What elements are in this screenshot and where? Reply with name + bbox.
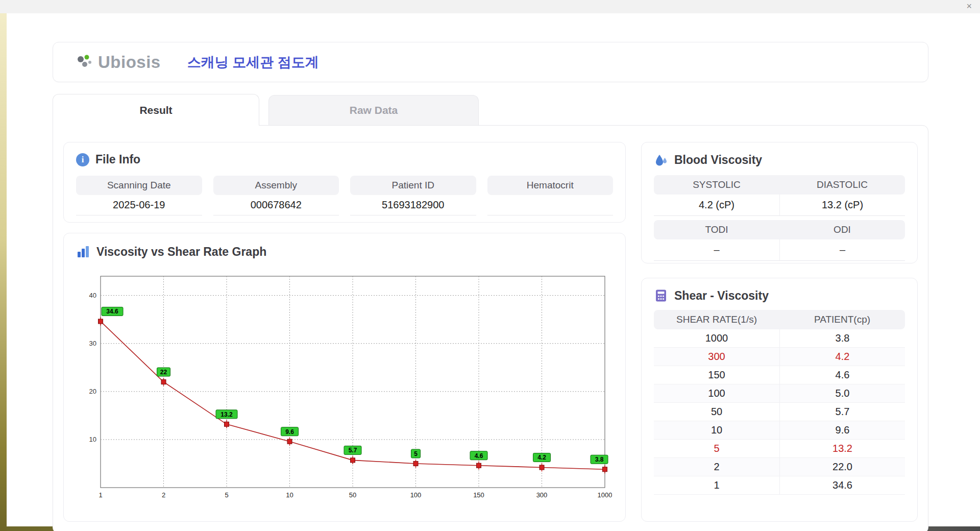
field-assembly: Assembly 000678642	[213, 176, 339, 215]
field-label: Assembly	[213, 176, 339, 195]
tab-result-label: Result	[139, 104, 172, 116]
svg-text:20: 20	[89, 388, 96, 395]
main-sheet: Ubiosis 스캐닝 모세관 점도계 Result Raw Data i Fi…	[7, 13, 980, 526]
table-row: 1504.6	[654, 366, 905, 384]
cell-shear-rate: 1000	[654, 329, 779, 347]
page-title: 스캐닝 모세관 점도계	[187, 53, 319, 71]
svg-text:4.2: 4.2	[537, 454, 546, 461]
field-label: Scanning Date	[76, 176, 202, 195]
field-value: 2025-06-19	[76, 195, 202, 215]
svg-text:4.6: 4.6	[475, 452, 483, 460]
background-left-edge	[0, 0, 7, 531]
cell-patient: 5.0	[779, 384, 905, 402]
field-label: Patient ID	[350, 176, 476, 195]
bv-value-row-1: 4.2 (cP) 13.2 (cP)	[654, 195, 905, 216]
cell-patient: 22.0	[779, 458, 905, 476]
cell-patient: 34.6	[779, 476, 905, 494]
field-label: Hematocrit	[487, 176, 614, 195]
file-info-fields: Scanning Date 2025-06-19 Assembly 000678…	[76, 176, 613, 215]
cell-patient: 3.8	[779, 329, 905, 347]
blood-viscosity-title: Blood Viscosity	[674, 153, 762, 167]
close-icon[interactable]: ×	[966, 2, 972, 11]
shear-viscosity-table: SHEAR RATE(1/s) PATIENT(cp) 10003.83004.…	[654, 310, 905, 495]
table-row: 513.2	[654, 440, 905, 458]
bv-value-odi: –	[779, 239, 905, 261]
blood-viscosity-grid: SYSTOLIC DIASTOLIC 4.2 (cP) 13.2 (cP) TO…	[654, 175, 905, 261]
bv-value-row-2: – –	[654, 239, 905, 261]
table-row: 505.7	[654, 403, 905, 421]
cell-patient: 5.7	[779, 403, 905, 421]
cell-patient: 13.2	[779, 440, 905, 457]
field-hematocrit: Hematocrit	[487, 176, 614, 215]
table-row: 3004.2	[654, 348, 905, 366]
tab-raw-data-label: Raw Data	[350, 104, 398, 116]
bv-value-systolic: 4.2 (cP)	[654, 195, 779, 216]
cell-patient: 4.6	[779, 366, 905, 384]
info-icon: i	[76, 153, 89, 166]
tab-raw-data[interactable]: Raw Data	[268, 95, 479, 125]
col-patient: PATIENT(cp)	[779, 310, 905, 329]
svg-text:1000: 1000	[598, 491, 612, 499]
chart-wrap: 102030401251050100150300100034.62213.29.…	[76, 266, 613, 507]
svg-text:10: 10	[89, 436, 96, 443]
file-info-title: File Info	[95, 153, 140, 166]
viscosity-chart: 102030401251050100150300100034.62213.29.…	[76, 266, 612, 505]
svg-text:2: 2	[162, 491, 165, 499]
svg-text:22: 22	[160, 369, 167, 376]
graph-title: Viscosity vs Shear Rate Graph	[96, 245, 266, 259]
ubiosis-logo-icon	[75, 52, 95, 73]
shear-viscosity-title: Shear - Viscosity	[674, 289, 769, 303]
table-row: 10003.8	[654, 329, 905, 348]
field-value: 51693182900	[350, 195, 476, 215]
svg-text:9.6: 9.6	[285, 428, 294, 436]
window-titlebar: ×	[0, 0, 980, 13]
cell-shear-rate: 150	[654, 366, 779, 384]
file-info-card: i File Info Scanning Date 2025-06-19 Ass…	[63, 142, 626, 223]
field-value: 000678642	[213, 195, 339, 215]
cell-shear-rate: 1	[654, 476, 779, 494]
ubiosis-logo: Ubiosis	[75, 52, 161, 73]
col-shear-rate: SHEAR RATE(1/s)	[654, 310, 779, 329]
svg-text:34.6: 34.6	[106, 308, 118, 315]
svg-text:300: 300	[536, 491, 548, 499]
result-panel: i File Info Scanning Date 2025-06-19 Ass…	[53, 125, 928, 531]
cell-shear-rate: 10	[654, 421, 779, 439]
svg-text:50: 50	[349, 491, 356, 499]
tab-result[interactable]: Result	[53, 94, 259, 126]
file-info-title-row: i File Info	[76, 153, 613, 166]
droplet-icon	[654, 153, 668, 167]
table-row: 1005.0	[654, 384, 905, 403]
svg-text:150: 150	[473, 491, 484, 499]
shear-viscosity-title-row: Shear - Viscosity	[654, 288, 905, 303]
svg-text:5.7: 5.7	[349, 447, 357, 454]
calculator-icon	[654, 288, 668, 303]
field-value	[487, 195, 614, 215]
svg-text:13.2: 13.2	[220, 411, 233, 418]
cell-shear-rate: 100	[654, 384, 779, 402]
cell-shear-rate: 300	[654, 348, 779, 366]
svg-text:10: 10	[286, 491, 293, 499]
svg-text:5: 5	[225, 491, 228, 499]
svg-text:40: 40	[89, 292, 96, 299]
table-row: 109.6	[654, 421, 905, 440]
svg-text:3.8: 3.8	[595, 456, 604, 463]
field-patient-id: Patient ID 51693182900	[350, 176, 476, 215]
logo-text: Ubiosis	[98, 53, 161, 72]
graph-card: Viscosity vs Shear Rate Graph 1020304012…	[63, 233, 626, 522]
app-header: Ubiosis 스캐닝 모세관 점도계	[53, 42, 928, 82]
bv-label-diastolic: DIASTOLIC	[779, 175, 905, 195]
shear-table-body: 10003.83004.21504.61005.0505.7109.6513.2…	[654, 329, 905, 495]
table-row: 134.6	[654, 476, 905, 495]
shear-viscosity-card: Shear - Viscosity SHEAR RATE(1/s) PATIEN…	[641, 278, 918, 522]
svg-text:100: 100	[410, 491, 422, 499]
cell-shear-rate: 2	[654, 458, 779, 476]
bv-value-diastolic: 13.2 (cP)	[779, 195, 905, 216]
bv-label-todi: TODI	[654, 220, 779, 239]
cell-shear-rate: 5	[654, 440, 779, 457]
graph-title-row: Viscosity vs Shear Rate Graph	[76, 245, 613, 259]
bv-value-todi: –	[654, 239, 779, 261]
bv-header-row-1: SYSTOLIC DIASTOLIC	[654, 175, 905, 195]
svg-text:30: 30	[89, 340, 96, 347]
blood-viscosity-title-row: Blood Viscosity	[654, 153, 905, 167]
cell-patient: 9.6	[779, 421, 905, 439]
